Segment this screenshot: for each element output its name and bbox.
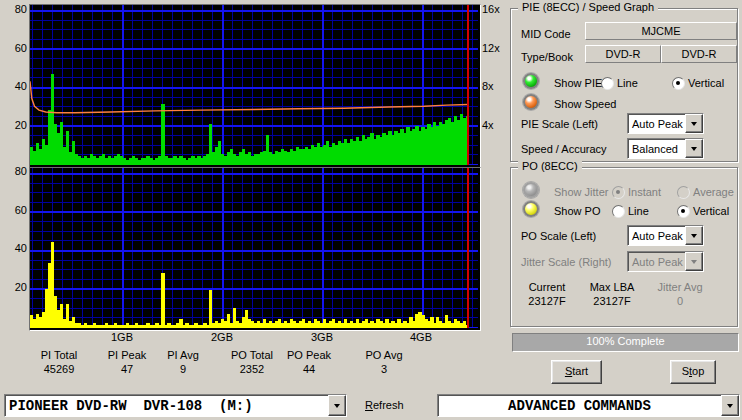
jitter-average-radio [677,186,690,199]
speed-y-tick-12x: 12x [482,42,500,54]
type-book-value-1: DVD-R [585,45,661,63]
stat-po-avg-label: PO Avg [344,349,424,361]
x-axis-label-4gb: 4GB [391,331,451,343]
max-lba-label: Max LBA [577,281,647,293]
max-lba-value: 23127F [577,295,647,307]
stop-button[interactable]: Stop [670,360,716,384]
refresh-link[interactable]: Refresh [365,399,404,411]
jitter-instant-radio [612,186,625,199]
pie-y-tick-80: 80 [1,3,27,15]
speed-accuracy-label: Speed / Accuracy [521,143,607,155]
po-scale-value: Auto Peak [628,226,685,245]
speed-y-tick-8x: 8x [482,80,494,92]
mid-code-value: MJCME [585,22,737,40]
show-po-led[interactable] [523,201,539,217]
po-y-tick-20: 20 [1,281,27,293]
show-pie-led[interactable] [523,73,539,89]
po-scale-select[interactable]: Auto Peak [627,225,704,246]
stop-button-rest: op [692,365,704,377]
po-scale-dropdown-arrow-icon[interactable] [685,226,703,245]
drive-select[interactable]: PIONEER DVD-RW DVR-108 (M:) [4,394,347,417]
progress-label: 100% Complete [586,335,664,347]
pie-line-radio[interactable] [601,77,614,90]
start-button[interactable]: Start [551,360,602,384]
po-y-tick-40: 40 [1,242,27,254]
x-axis-label-2gb: 2GB [192,331,252,343]
pie-speed-group: PIE (8ECC) / Speed Graph MID Code MJCME … [510,8,738,162]
jitter-scale-select: Auto Peak [627,251,704,272]
current-value: 23127F [512,295,582,307]
pie-scale-label: PIE Scale (Left) [521,118,598,130]
show-speed-label: Show Speed [554,98,616,110]
pie-vertical-radio[interactable] [672,77,685,90]
show-pie-label: Show PIE [554,77,602,89]
po-vertical-label: Vertical [693,205,729,217]
current-label: Current [512,281,582,293]
po-group-title: PO (8ECC) [518,160,582,172]
pie-y-tick-60: 60 [1,42,27,54]
po-y-tick-80: 80 [1,165,27,177]
advanced-commands-dropdown-arrow-icon[interactable] [721,395,739,416]
stat-po-peak-label: PO Peak [269,349,349,361]
stat-po-peak-value: 44 [269,363,349,375]
x-axis-label-3gb: 3GB [292,331,352,343]
stat-pi-avg-label: PI Avg [143,349,223,361]
jitter-scale-value: Auto Peak [628,252,685,271]
po-y-tick-60: 60 [1,204,27,216]
advanced-commands-value: ADVANCED COMMANDS [438,395,721,416]
speed-accuracy-select[interactable]: Balanced [627,138,704,159]
pie-y-tick-20: 20 [1,119,27,131]
progress-bar: 100% Complete [512,333,739,352]
po-line-radio[interactable] [612,205,625,218]
dvdinfopro-scan-window: 80 60 40 20 16x 12x 8x 4x 80 60 40 20 1G… [0,0,742,420]
po-chart [29,167,481,331]
stop-button-pre: S [682,365,689,377]
jitter-scale-dropdown-arrow-icon [685,252,703,271]
speed-accuracy-value: Balanced [628,139,685,158]
jitter-instant-label: Instant [628,186,661,198]
jitter-scale-label: Jitter Scale (Right) [521,256,611,268]
jitter-avg-label: Jitter Avg [645,281,715,293]
pie-scale-dropdown-arrow-icon[interactable] [685,114,703,133]
refresh-rest: efresh [373,399,404,411]
refresh-accel: R [365,399,373,411]
x-axis-label-1gb: 1GB [92,331,152,343]
type-book-value-2: DVD-R [661,45,737,63]
show-jitter-led [523,182,539,198]
pie-scale-select[interactable]: Auto Peak [627,113,704,134]
show-jitter-label: Show Jitter [554,186,608,198]
pie-speed-group-title: PIE (8ECC) / Speed Graph [518,1,658,13]
jitter-avg-value: 0 [645,295,715,307]
start-button-rest: tart [572,365,588,377]
drive-select-value: PIONEER DVD-RW DVR-108 (M:) [5,395,328,416]
speed-y-tick-4x: 4x [482,119,494,131]
po-line-label: Line [628,205,649,217]
pie-scale-value: Auto Peak [628,114,685,133]
show-po-label: Show PO [554,205,600,217]
mid-code-label: MID Code [521,28,571,40]
stat-pi-avg-value: 9 [143,363,223,375]
stat-po-avg-value: 3 [344,363,424,375]
po-scale-label: PO Scale (Left) [521,230,596,242]
pie-vertical-label: Vertical [688,77,724,89]
pie-y-tick-40: 40 [1,80,27,92]
speed-accuracy-dropdown-arrow-icon[interactable] [685,139,703,158]
po-group: PO (8ECC) Show Jitter Instant Average Sh… [510,167,738,327]
show-speed-led[interactable] [523,94,539,110]
type-book-label: Type/Book [521,51,573,63]
jitter-average-label: Average [693,186,734,198]
pie-speed-chart [29,4,481,168]
po-vertical-radio[interactable] [677,205,690,218]
advanced-commands-select[interactable]: ADVANCED COMMANDS [437,394,740,417]
speed-y-tick-16x: 16x [482,3,500,15]
pie-line-label: Line [617,77,638,89]
drive-select-dropdown-arrow-icon[interactable] [328,395,346,416]
